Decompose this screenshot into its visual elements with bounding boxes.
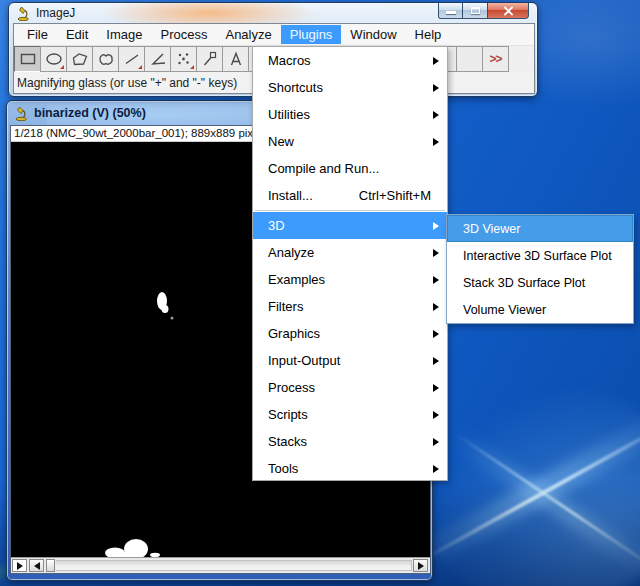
menu-item-analyze[interactable]: Analyze: [253, 239, 447, 266]
scrollbar-track[interactable]: [56, 560, 412, 571]
menu-item-shortcuts[interactable]: Shortcuts: [253, 74, 447, 101]
toolbar-button[interactable]: [456, 46, 483, 72]
menu-window[interactable]: Window: [341, 25, 405, 44]
submenu-item-label: Interactive 3D Surface Plot: [463, 249, 612, 263]
scroll-left-button[interactable]: [29, 559, 44, 572]
particle-blob: [162, 305, 169, 313]
menu-analyze[interactable]: Analyze: [216, 25, 280, 44]
submenu-item-3d-viewer[interactable]: 3D Viewer: [447, 215, 633, 242]
menu-item-compile-and-run[interactable]: Compile and Run...: [253, 155, 447, 182]
rectangle-tool-button[interactable]: [14, 46, 41, 72]
menu-item-label: Input-Output: [268, 353, 340, 368]
menu-item-label: 3D: [268, 218, 285, 233]
text-tool-icon: [226, 50, 246, 68]
more-tools-button[interactable]: >>: [482, 46, 509, 72]
oval-tool-button[interactable]: [40, 46, 67, 72]
submenu-arrow-icon: [433, 357, 439, 365]
menu-item-label: Examples: [268, 272, 325, 287]
menu-item-install[interactable]: Install... Ctrl+Shift+M: [253, 182, 447, 209]
submenu-arrow-icon: [433, 465, 439, 473]
menu-plugins[interactable]: Plugins: [281, 25, 342, 44]
tool-dropdown-icon: [190, 65, 194, 69]
maximize-button[interactable]: [463, 3, 488, 19]
rectangle-tool-icon: [18, 50, 38, 68]
menu-item-filters[interactable]: Filters: [253, 293, 447, 320]
wallpaper-streak: [454, 432, 640, 580]
menu-item-label: Scripts: [268, 407, 308, 422]
menu-item-scripts[interactable]: Scripts: [253, 401, 447, 428]
window-controls: [438, 3, 529, 19]
submenu-3d-popup: 3D Viewer Interactive 3D Surface Plot St…: [446, 214, 634, 324]
freehand-tool-icon: [96, 50, 116, 68]
text-tool-button[interactable]: [222, 46, 249, 72]
menu-item-label: New: [268, 134, 294, 149]
menu-item-macros[interactable]: Macros: [253, 47, 447, 74]
menu-help[interactable]: Help: [406, 25, 451, 44]
play-icon: [17, 562, 23, 570]
wand-tool-button[interactable]: [196, 46, 223, 72]
menu-item-label: Compile and Run...: [268, 161, 379, 176]
line-tool-button[interactable]: [118, 46, 145, 72]
menu-item-new[interactable]: New: [253, 128, 447, 155]
submenu-arrow-icon: [433, 84, 439, 92]
angle-tool-icon: [148, 50, 168, 68]
menu-item-graphics[interactable]: Graphics: [253, 320, 447, 347]
more-tools-icon: >>: [489, 52, 501, 66]
menu-item-label: Process: [268, 380, 315, 395]
submenu-item-stack-3d-surface-plot[interactable]: Stack 3D Surface Plot: [447, 269, 633, 296]
freehand-tool-button[interactable]: [92, 46, 119, 72]
tool-dropdown-icon: [60, 65, 64, 69]
stack-play-button[interactable]: [12, 559, 27, 572]
menu-item-label: Filters: [268, 299, 303, 314]
menu-item-3d[interactable]: 3D: [253, 212, 447, 239]
submenu-arrow-icon: [433, 303, 439, 311]
menu-item-label: Shortcuts: [268, 80, 323, 95]
menu-file[interactable]: File: [18, 25, 57, 44]
minimize-button[interactable]: [438, 3, 463, 19]
menu-item-shortcut: Ctrl+Shift+M: [359, 188, 439, 203]
submenu-item-label: Volume Viewer: [463, 303, 546, 317]
menu-item-input-output[interactable]: Input-Output: [253, 347, 447, 374]
wand-tool-icon: [200, 50, 220, 68]
submenu-item-volume-viewer[interactable]: Volume Viewer: [447, 296, 633, 323]
maximize-icon: [471, 7, 480, 14]
menu-item-examples[interactable]: Examples: [253, 266, 447, 293]
close-button[interactable]: [488, 3, 529, 19]
particle-speck: [171, 317, 174, 320]
menu-item-label: Macros: [268, 53, 311, 68]
menu-item-tools[interactable]: Tools: [253, 455, 447, 482]
menu-item-utilities[interactable]: Utilities: [253, 101, 447, 128]
menu-item-label: Analyze: [268, 245, 314, 260]
polygon-tool-button[interactable]: [66, 46, 93, 72]
imagej-app-icon: [15, 106, 28, 121]
submenu-item-interactive-3d-surface-plot[interactable]: Interactive 3D Surface Plot: [447, 242, 633, 269]
stack-scrollbar[interactable]: [11, 557, 430, 573]
menu-process[interactable]: Process: [152, 25, 217, 44]
scrollbar-thumb[interactable]: [46, 559, 55, 572]
menu-bar: File Edit Image Process Analyze Plugins …: [14, 24, 534, 46]
plugins-menu-popup: Macros Shortcuts Utilities New Compile a…: [252, 46, 448, 481]
submenu-arrow-icon: [433, 384, 439, 392]
wallpaper-glow: [420, 380, 640, 586]
menu-item-stacks[interactable]: Stacks: [253, 428, 447, 455]
scroll-right-icon: [418, 562, 424, 570]
point-tool-button[interactable]: [170, 46, 197, 72]
close-icon: [502, 6, 515, 16]
submenu-arrow-icon: [433, 57, 439, 65]
menu-edit[interactable]: Edit: [57, 25, 97, 44]
imagej-window-title: ImageJ: [36, 6, 75, 20]
menu-image[interactable]: Image: [97, 25, 151, 44]
menu-item-label: Graphics: [268, 326, 320, 341]
scroll-left-icon: [34, 562, 40, 570]
minimize-icon: [446, 11, 456, 14]
submenu-arrow-icon: [433, 222, 439, 230]
menu-item-label: Install...: [268, 188, 313, 203]
angle-tool-button[interactable]: [144, 46, 171, 72]
submenu-arrow-icon: [433, 411, 439, 419]
submenu-item-label: Stack 3D Surface Plot: [463, 276, 585, 290]
submenu-arrow-icon: [433, 111, 439, 119]
submenu-item-label: 3D Viewer: [463, 222, 520, 236]
menu-item-label: Tools: [268, 461, 298, 476]
menu-item-process[interactable]: Process: [253, 374, 447, 401]
scroll-right-button[interactable]: [413, 559, 428, 572]
